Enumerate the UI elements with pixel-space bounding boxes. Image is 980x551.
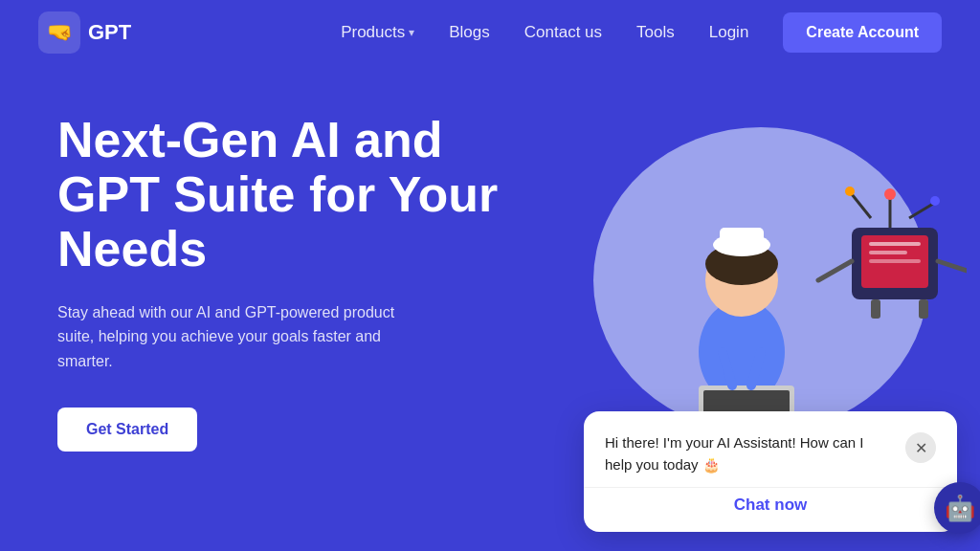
chat-widget: Hi there! I'm your AI Assistant! How can… [584,411,957,532]
nav-blogs[interactable]: Blogs [449,23,490,42]
logo-icon: 🤜 [38,11,80,54]
chevron-down-icon: ▾ [409,26,414,39]
main-nav: Products ▾ Blogs Contact us Tools Login … [341,12,942,53]
chat-footer: Chat now [584,487,957,532]
svg-line-14 [909,204,933,218]
svg-rect-22 [919,299,928,319]
svg-point-13 [845,187,855,196]
hero-subtitle: Stay ahead with our AI and GPT-powered p… [57,300,421,374]
robot-icon: 🤖 [945,494,975,523]
create-account-button[interactable]: Create Account [783,12,942,53]
robot-fab-button[interactable]: 🤖 [934,482,980,534]
svg-line-24 [938,261,967,271]
nav-contact[interactable]: Contact us [524,23,602,42]
svg-rect-19 [869,251,907,254]
svg-point-15 [930,196,940,206]
hero-right: Hi there! I'm your AI Assistant! How can… [555,103,967,551]
hero-title: Next-Gen AI and GPT Suite for Your Needs [57,113,555,277]
svg-rect-7 [720,228,764,249]
chat-message-text: Hi there! I'm your AI Assistant! How can… [605,432,894,475]
svg-rect-18 [869,242,921,246]
chat-close-button[interactable]: ✕ [905,432,936,463]
main-content: Next-Gen AI and GPT Suite for Your Needs… [0,65,980,551]
nav-products[interactable]: Products ▾ [341,23,414,42]
svg-text:🤜: 🤜 [47,19,74,45]
nav-tools[interactable]: Tools [636,23,675,42]
cta-button[interactable]: Get Started [57,408,197,452]
logo[interactable]: 🤜 GPT [38,11,131,54]
svg-rect-20 [869,259,921,263]
chat-now-button[interactable]: Chat now [734,496,808,515]
hero-left: Next-Gen AI and GPT Suite for Your Needs… [57,103,555,452]
header: 🤜 GPT Products ▾ Blogs Contact us Tools … [0,0,980,65]
svg-rect-21 [871,299,880,319]
chat-body: Hi there! I'm your AI Assistant! How can… [584,411,957,487]
svg-point-11 [884,188,896,200]
nav-login[interactable]: Login [709,23,749,42]
logo-text: GPT [88,20,131,45]
